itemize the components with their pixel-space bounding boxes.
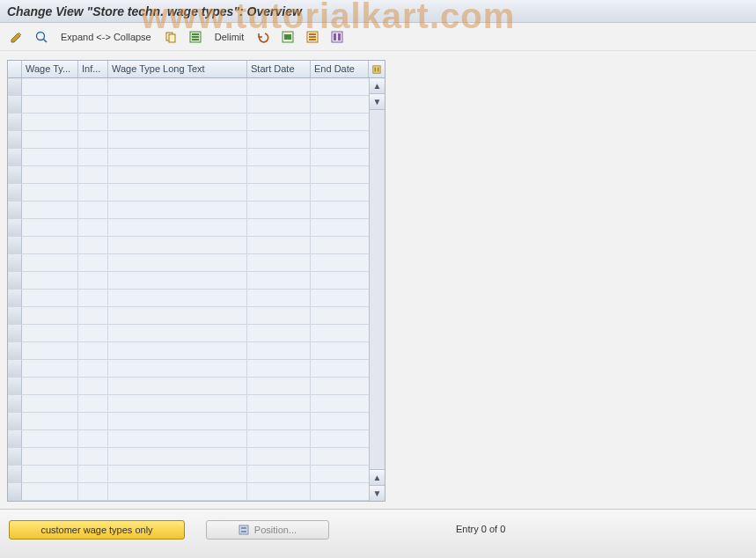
- row-selector[interactable]: [8, 378, 22, 394]
- cell-wage-type[interactable]: [22, 448, 78, 465]
- cell-wage-type[interactable]: [22, 325, 78, 341]
- cell-end-date[interactable]: [311, 219, 369, 236]
- cell-long-text[interactable]: [108, 114, 247, 130]
- cell-end-date[interactable]: [311, 466, 369, 482]
- cell-start-date[interactable]: [247, 413, 311, 430]
- position-button[interactable]: Position...: [206, 520, 329, 540]
- cell-end-date[interactable]: [311, 272, 369, 289]
- cell-start-date[interactable]: [247, 96, 311, 113]
- cell-start-date[interactable]: [247, 131, 311, 148]
- cell-long-text[interactable]: [108, 290, 247, 306]
- cell-wage-type[interactable]: [22, 131, 78, 148]
- cell-long-text[interactable]: [108, 184, 247, 201]
- cell-end-date[interactable]: [311, 483, 369, 500]
- column-header-end-date[interactable]: End Date: [311, 61, 369, 77]
- cell-long-text[interactable]: [108, 272, 247, 289]
- config-icon[interactable]: [326, 27, 349, 47]
- cell-infotype[interactable]: [78, 78, 108, 95]
- row-selector[interactable]: [8, 254, 22, 271]
- row-selector[interactable]: [8, 483, 22, 500]
- cell-start-date[interactable]: [247, 378, 311, 394]
- cell-wage-type[interactable]: [22, 290, 78, 306]
- cell-long-text[interactable]: [108, 448, 247, 465]
- row-selector[interactable]: [8, 413, 22, 430]
- row-selector[interactable]: [8, 466, 22, 482]
- cell-long-text[interactable]: [108, 237, 247, 253]
- cell-long-text[interactable]: [108, 430, 247, 447]
- cell-start-date[interactable]: [247, 395, 311, 412]
- row-selector[interactable]: [8, 237, 22, 253]
- cell-wage-type[interactable]: [22, 78, 78, 95]
- cell-start-date[interactable]: [247, 272, 311, 289]
- cell-infotype[interactable]: [78, 184, 108, 201]
- row-selector[interactable]: [8, 96, 22, 113]
- cell-infotype[interactable]: [78, 307, 108, 324]
- cell-end-date[interactable]: [311, 325, 369, 341]
- cell-long-text[interactable]: [108, 149, 247, 165]
- column-header-wage-type[interactable]: Wage Ty...: [22, 61, 78, 77]
- scroll-track[interactable]: [370, 110, 385, 469]
- scroll-down-step-icon[interactable]: ▼: [370, 94, 385, 110]
- cell-infotype[interactable]: [78, 254, 108, 271]
- customer-wage-types-button[interactable]: customer wage types only: [9, 520, 185, 540]
- cell-long-text[interactable]: [108, 131, 247, 148]
- expand-collapse-button[interactable]: Expand <-> Collapse: [55, 27, 158, 47]
- row-selector[interactable]: [8, 184, 22, 201]
- cell-end-date[interactable]: [311, 342, 369, 359]
- cell-start-date[interactable]: [247, 290, 311, 306]
- cell-end-date[interactable]: [311, 184, 369, 201]
- cell-start-date[interactable]: [247, 342, 311, 359]
- cell-infotype[interactable]: [78, 131, 108, 148]
- row-selector[interactable]: [8, 219, 22, 236]
- cell-wage-type[interactable]: [22, 254, 78, 271]
- cell-infotype[interactable]: [78, 483, 108, 500]
- cell-end-date[interactable]: [311, 202, 369, 218]
- column-header-long-text[interactable]: Wage Type Long Text: [108, 61, 247, 77]
- scroll-up-icon[interactable]: ▲: [370, 78, 385, 94]
- cell-wage-type[interactable]: [22, 466, 78, 482]
- cell-wage-type[interactable]: [22, 395, 78, 412]
- cell-wage-type[interactable]: [22, 219, 78, 236]
- row-selector[interactable]: [8, 430, 22, 447]
- change-icon[interactable]: [5, 27, 28, 47]
- row-selector[interactable]: [8, 325, 22, 341]
- cell-wage-type[interactable]: [22, 430, 78, 447]
- cell-long-text[interactable]: [108, 325, 247, 341]
- cell-infotype[interactable]: [78, 290, 108, 306]
- column-header-infotype[interactable]: Inf...: [78, 61, 108, 77]
- cell-long-text[interactable]: [108, 96, 247, 113]
- cell-long-text[interactable]: [108, 413, 247, 430]
- cell-infotype[interactable]: [78, 395, 108, 412]
- row-selector[interactable]: [8, 448, 22, 465]
- cell-start-date[interactable]: [247, 166, 311, 183]
- select-all-icon[interactable]: [184, 27, 207, 47]
- cell-start-date[interactable]: [247, 448, 311, 465]
- row-selector[interactable]: [8, 395, 22, 412]
- cell-infotype[interactable]: [78, 325, 108, 341]
- cell-start-date[interactable]: [247, 483, 311, 500]
- cell-start-date[interactable]: [247, 219, 311, 236]
- cell-infotype[interactable]: [78, 272, 108, 289]
- column-config-icon[interactable]: [369, 61, 385, 77]
- row-selector[interactable]: [8, 78, 22, 95]
- cell-end-date[interactable]: [311, 307, 369, 324]
- cell-end-date[interactable]: [311, 430, 369, 447]
- scroll-up-step-icon[interactable]: ▲: [370, 469, 385, 485]
- cell-infotype[interactable]: [78, 378, 108, 394]
- row-selector[interactable]: [8, 114, 22, 130]
- cell-end-date[interactable]: [311, 254, 369, 271]
- cell-start-date[interactable]: [247, 114, 311, 130]
- cell-infotype[interactable]: [78, 202, 108, 218]
- cell-end-date[interactable]: [311, 395, 369, 412]
- cell-start-date[interactable]: [247, 237, 311, 253]
- cell-infotype[interactable]: [78, 149, 108, 165]
- cell-wage-type[interactable]: [22, 149, 78, 165]
- cell-start-date[interactable]: [247, 184, 311, 201]
- cell-end-date[interactable]: [311, 413, 369, 430]
- row-selector[interactable]: [8, 360, 22, 377]
- cell-infotype[interactable]: [78, 96, 108, 113]
- cell-end-date[interactable]: [311, 290, 369, 306]
- cell-start-date[interactable]: [247, 430, 311, 447]
- vertical-scrollbar[interactable]: ▲ ▼ ▲ ▼: [369, 78, 385, 501]
- cell-long-text[interactable]: [108, 342, 247, 359]
